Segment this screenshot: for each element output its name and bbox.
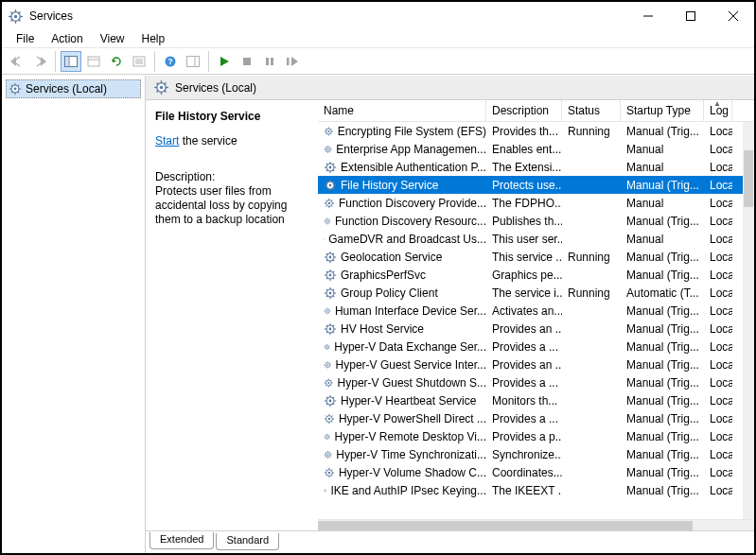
service-description: Monitors th... <box>486 394 562 408</box>
service-description: Graphics pe... <box>486 269 562 282</box>
menu-help[interactable]: Help <box>133 32 174 45</box>
service-startup-type: Automatic (T... <box>621 286 704 300</box>
svg-rect-30 <box>287 58 290 65</box>
back-button[interactable] <box>7 51 27 72</box>
service-description: This service ... <box>486 251 562 264</box>
service-row[interactable]: IKE and AuthIP IPsec Keying...The IKEEXT… <box>318 481 754 499</box>
gear-icon <box>324 215 331 228</box>
gear-icon <box>324 304 331 318</box>
menu-view[interactable]: View <box>92 32 133 45</box>
service-description: Coordinates... <box>486 466 562 479</box>
svg-rect-29 <box>271 58 273 65</box>
service-startup-type: Manual (Trig... <box>621 215 704 228</box>
service-row[interactable]: Hyper-V Guest Shutdown S...Provides a ..… <box>318 373 754 391</box>
service-row[interactable]: Hyper-V PowerShell Direct ...Provides a … <box>318 409 754 427</box>
properties-button[interactable] <box>129 51 149 72</box>
service-row[interactable]: Hyper-V Guest Service Inter...Provides a… <box>318 356 754 373</box>
forward-button[interactable] <box>29 51 50 72</box>
service-row[interactable]: GameDVR and Broadcast Us...This user ser… <box>318 230 754 248</box>
gear-icon <box>324 251 337 264</box>
col-description[interactable]: Description <box>486 100 562 121</box>
service-name: Hyper-V Remote Desktop Vi... <box>334 430 486 443</box>
svg-rect-25 <box>187 56 200 66</box>
service-row[interactable]: Group Policy ClientThe service i...Runni… <box>318 284 754 302</box>
start-service-button[interactable] <box>214 51 235 72</box>
refresh-button[interactable] <box>106 51 127 72</box>
toolbar-separator <box>154 51 155 72</box>
svg-text:?: ? <box>167 57 173 66</box>
tree-item-services-local[interactable]: Services (Local) <box>6 79 141 98</box>
service-row[interactable]: Geolocation ServiceThis service ...Runni… <box>318 248 754 266</box>
service-name: Group Policy Client <box>341 286 438 300</box>
start-suffix: the service <box>179 134 237 147</box>
horizontal-scrollbar[interactable] <box>318 519 754 530</box>
service-row[interactable]: Hyper-V Time Synchronizati...Synchronize… <box>318 445 754 463</box>
export-button[interactable] <box>83 51 104 72</box>
service-startup-type: Manual (Trig... <box>621 430 704 443</box>
service-row[interactable]: Extensible Authentication P...The Extens… <box>318 158 754 176</box>
service-startup-type: Manual <box>621 233 704 246</box>
col-startup-type[interactable]: Startup Type <box>621 100 704 121</box>
service-logon: Loca <box>704 484 732 497</box>
selected-service-title: File History Service <box>155 110 310 123</box>
maximize-button[interactable] <box>669 3 712 29</box>
pause-service-button[interactable] <box>259 51 280 72</box>
gear-icon <box>324 233 325 246</box>
service-row[interactable]: Human Interface Device Ser...Activates a… <box>318 302 754 320</box>
description-heading: Description: <box>155 170 310 184</box>
service-row[interactable]: Encrypting File System (EFS)Provides th.… <box>318 122 754 140</box>
service-startup-type: Manual (Trig... <box>621 125 704 138</box>
help-button[interactable]: ? <box>160 51 181 72</box>
service-description: The FDPHO... <box>486 197 562 210</box>
service-logon: Loca <box>704 215 732 228</box>
gear-icon <box>9 82 22 95</box>
close-button[interactable] <box>712 3 754 29</box>
service-row[interactable]: Hyper-V Volume Shadow C...Coordinates...… <box>318 463 754 481</box>
gear-icon <box>324 448 332 461</box>
minimize-button[interactable] <box>626 3 669 29</box>
show-hide-tree-button[interactable] <box>61 51 81 72</box>
service-logon: Loca <box>704 197 732 210</box>
service-startup-type: Manual (Trig... <box>621 322 704 336</box>
service-row[interactable]: Hyper-V Heartbeat ServiceMonitors th...M… <box>318 391 754 409</box>
restart-service-button[interactable] <box>282 51 303 72</box>
menubar: File Action View Help <box>2 30 754 48</box>
service-row[interactable]: GraphicsPerfSvcGraphics pe...Manual (Tri… <box>318 266 754 284</box>
gear-icon <box>324 466 335 479</box>
menu-action[interactable]: Action <box>43 32 91 45</box>
svg-rect-11 <box>686 12 694 21</box>
gear-icon <box>324 322 337 336</box>
tab-standard[interactable]: Standard <box>216 533 279 550</box>
service-logon: Loca <box>704 394 732 408</box>
service-row[interactable]: Function Discovery Resourc...Publishes t… <box>318 212 754 230</box>
menu-file[interactable]: File <box>8 32 43 45</box>
gear-icon <box>324 179 337 192</box>
service-name: Human Interface Device Ser... <box>335 304 486 318</box>
gear-icon <box>153 79 169 95</box>
action-pane-button[interactable] <box>183 51 203 72</box>
service-logon: Loca <box>704 448 732 461</box>
start-link[interactable]: Start <box>155 134 179 147</box>
service-name: GraphicsPerfSvc <box>341 269 426 282</box>
service-description: Provides an ... <box>486 358 562 372</box>
stop-service-button[interactable] <box>237 51 257 72</box>
service-startup-type: Manual (Trig... <box>621 179 704 192</box>
col-name[interactable]: Name <box>318 100 486 121</box>
tab-extended[interactable]: Extended <box>149 532 214 549</box>
service-row[interactable]: Enterprise App Managemen...Enables ent..… <box>318 140 754 158</box>
service-logon: Loca <box>704 161 732 174</box>
vertical-scrollbar[interactable] <box>743 122 754 519</box>
service-status: Running <box>562 251 621 264</box>
svg-rect-28 <box>266 58 269 65</box>
service-startup-type: Manual (Trig... <box>621 394 704 408</box>
service-row[interactable]: File History ServiceProtects use...Manua… <box>318 176 754 194</box>
service-row[interactable]: Hyper-V Data Exchange Ser...Provides a .… <box>318 338 754 356</box>
service-startup-type: Manual <box>621 143 704 156</box>
service-row[interactable]: Function Discovery Provide...The FDPHO..… <box>318 194 754 212</box>
service-name: Encrypting File System (EFS) <box>338 125 486 138</box>
service-row[interactable]: Hyper-V Remote Desktop Vi...Provides a p… <box>318 427 754 445</box>
service-row[interactable]: HV Host ServiceProvides an ...Manual (Tr… <box>318 320 754 338</box>
service-logon: Loca <box>704 466 732 479</box>
service-status: Running <box>562 125 621 138</box>
col-status[interactable]: Status <box>562 100 621 121</box>
